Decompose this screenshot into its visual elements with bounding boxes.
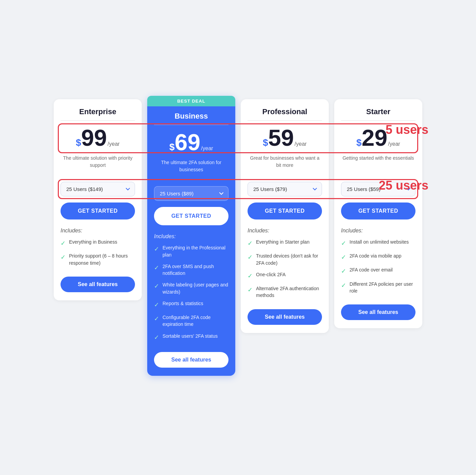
feature-item: ✓ Sortable users' 2FA status [154,333,228,342]
plan-card-professional: Professional $ 59 /year Great for busine… [241,99,329,333]
plan-card-enterprise: Enterprise $ 99 /year The ultimate solut… [54,99,142,300]
feature-text: Install on unlimited websites [350,239,409,245]
user-select-professional[interactable]: 25 Users ($79)5 Users ($59)10 Users ($69… [248,182,322,196]
feature-item: ✓ Trusted devices (don't ask for 2FA cod… [248,252,322,266]
feature-text: 2FA over SMS and push notification [163,263,228,277]
get-started-button-business[interactable]: GET STARTED [154,207,228,225]
check-icon: ✓ [61,239,66,248]
see-all-button-professional[interactable]: See all features [248,309,322,325]
best-deal-badge: BEST DEAL [147,96,235,106]
feature-list-business: ✓ Everything in the Professional plan ✓ … [154,244,228,342]
check-icon: ✓ [341,253,346,262]
feature-item: ✓ Everything in Starter plan [248,239,322,248]
price-section-business: $ 69 /year [154,130,228,155]
check-icon: ✓ [248,253,253,262]
check-icon: ✓ [341,267,346,276]
feature-item: ✓ Different 2FA policies per user role [341,281,415,295]
feature-text: Everything in the Professional plan [163,244,228,258]
check-icon: ✓ [341,281,346,290]
feature-text: 2FA code over email [350,266,393,273]
price-section-professional: $ 59 /year [248,126,322,151]
includes-label-professional: Includes: [248,228,322,234]
plan-name-enterprise: Enterprise [61,107,135,116]
feature-list-starter: ✓ Install on unlimited websites ✓ 2FA co… [341,239,415,294]
get-started-button-enterprise[interactable]: GET STARTED [61,203,135,219]
includes-label-enterprise: Includes: [61,228,135,234]
check-icon: ✓ [341,239,346,248]
get-started-button-starter[interactable]: GET STARTED [341,203,415,219]
plan-card-business: BEST DEALBusiness $ 69 /year The ultimat… [147,96,235,376]
feature-item: ✓ Everything in the Professional plan [154,244,228,258]
check-icon: ✓ [248,239,253,248]
price-period-starter: /year [388,141,400,147]
price-amount-starter: 29 [362,126,388,149]
price-dollar-professional: $ [263,138,268,147]
get-started-button-professional[interactable]: GET STARTED [248,203,322,219]
includes-label-business: Includes: [154,233,228,240]
feature-text: Sortable users' 2FA status [163,333,218,339]
check-icon: ✓ [61,253,66,262]
feature-text: Reports & statistics [163,300,203,307]
see-all-button-enterprise[interactable]: See all features [61,277,135,292]
see-all-button-starter[interactable]: See all features [341,304,415,320]
plan-description-enterprise: The ultimate solution with priority supp… [61,155,135,175]
plan-description-starter: Getting started with the essentials [341,155,415,175]
pricing-grid: Enterprise $ 99 /year The ultimate solut… [51,99,425,376]
price-amount-enterprise: 99 [81,126,107,149]
feature-text: Trusted devices (don't ask for 2FA code) [256,252,322,266]
price-dollar-business: $ [169,142,175,152]
feature-list-enterprise: ✓ Everything in Business ✓ Priority supp… [61,239,135,266]
feature-item: ✓ Configurable 2FA code expiration time [154,314,228,328]
see-all-button-business[interactable]: See all features [154,352,228,368]
feature-item: ✓ Reports & statistics [154,300,228,309]
pricing-container: Enterprise $ 99 /year The ultimate solut… [51,99,425,376]
check-icon: ✓ [248,285,253,294]
check-icon: ✓ [154,282,159,291]
price-dollar-starter: $ [356,138,362,147]
feature-item: ✓ White labeling (user pages and wizards… [154,281,228,295]
plan-description-business: The ultimate 2FA solution for businesses [154,159,228,179]
price-period-business: /year [201,145,213,152]
feature-item: ✓ Everything in Business [61,239,135,248]
feature-text: Everything in Business [69,239,117,245]
feature-text: 2FA code via mobile app [350,252,402,259]
check-icon: ✓ [154,245,159,253]
feature-text: Different 2FA policies per user role [350,281,415,295]
price-amount-professional: 59 [268,126,294,149]
plan-name-starter: Starter [341,107,415,116]
feature-text: Everything in Starter plan [256,239,309,245]
check-icon: ✓ [154,314,159,323]
price-amount-business: 69 [175,130,201,154]
check-icon: ✓ [154,300,159,309]
plan-name-professional: Professional [248,107,322,116]
feature-item: ✓ 2FA over SMS and push notification [154,263,228,277]
check-icon: ✓ [154,333,159,342]
price-section-starter: $ 29 /year [341,126,415,151]
includes-label-starter: Includes: [341,228,415,234]
plan-description-professional: Great for businesses who want a bit more [248,155,322,175]
price-section-enterprise: $ 99 /year [61,126,135,151]
user-select-starter[interactable]: 25 Users ($59)5 Users ($29)10 Users ($49… [341,182,415,196]
feature-list-professional: ✓ Everything in Starter plan ✓ Trusted d… [248,239,322,299]
feature-item: ✓ 2FA code over email [341,266,415,276]
user-select-business[interactable]: 25 Users ($89)5 Users ($69)10 Users ($79… [154,186,228,201]
feature-item: ✓ Install on unlimited websites [341,239,415,248]
feature-item: ✓ Alternative 2FA authentication methods [248,285,322,299]
feature-text: One-click 2FA [256,271,286,278]
feature-text: Configurable 2FA code expiration time [163,314,228,328]
user-select-enterprise[interactable]: 25 Users ($149)5 Users ($99)10 Users ($1… [61,182,135,196]
feature-text: White labeling (user pages and wizards) [163,281,228,295]
plan-card-starter: Starter $ 29 /year Getting started with … [334,99,422,328]
price-period-professional: /year [294,141,307,147]
check-icon: ✓ [248,271,253,280]
feature-text: Alternative 2FA authentication methods [256,285,322,299]
plan-name-business: Business [154,112,228,121]
price-period-enterprise: /year [107,141,120,147]
price-dollar-enterprise: $ [76,138,81,147]
feature-text: Priority support (6 – 8 hours response t… [69,252,135,266]
check-icon: ✓ [154,263,159,272]
feature-item: ✓ Priority support (6 – 8 hours response… [61,252,135,266]
feature-item: ✓ One-click 2FA [248,271,322,280]
feature-item: ✓ 2FA code via mobile app [341,252,415,262]
